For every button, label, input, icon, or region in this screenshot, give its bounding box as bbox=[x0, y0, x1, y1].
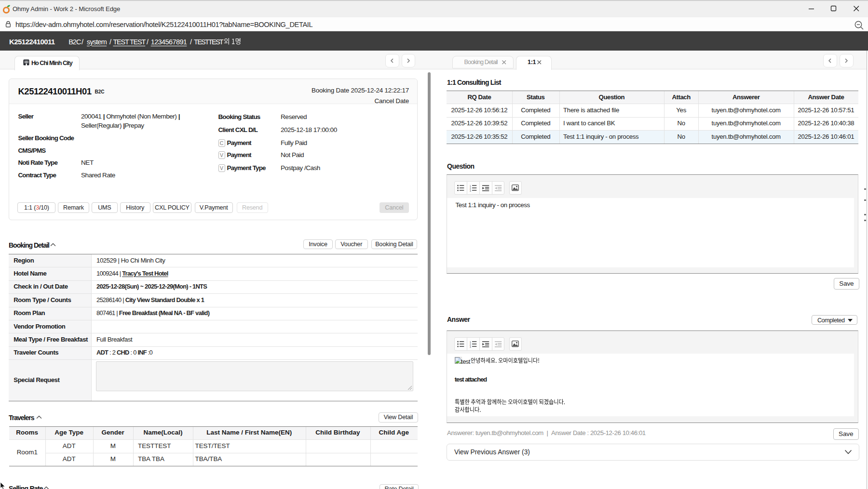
svg-text:3: 3 bbox=[470, 345, 471, 348]
svg-text:3: 3 bbox=[470, 190, 471, 192]
